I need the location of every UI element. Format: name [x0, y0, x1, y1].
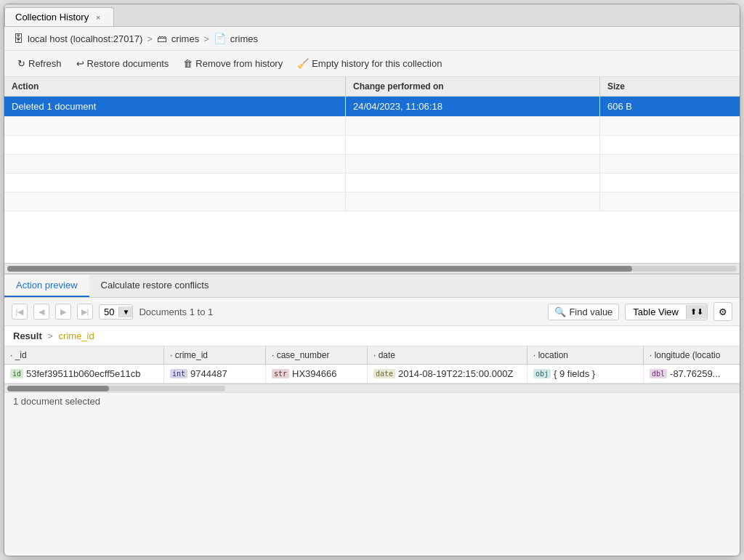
id-type-icon: id — [10, 369, 23, 378]
collection-history-tab[interactable]: Collection History × — [4, 7, 114, 26]
cell-change: 24/04/2023, 11:06:18 — [346, 97, 600, 116]
date-value: 2014-08-19T22:15:00.000Z — [398, 368, 513, 379]
remove-label: Remove from history — [195, 58, 283, 69]
cell-longitude: dbl -87.76259... — [644, 365, 740, 383]
page-size-arrow[interactable]: ▼ — [118, 307, 132, 317]
tab-action-preview[interactable]: Action preview — [4, 275, 89, 297]
doc-count: Documents 1 to 1 — [139, 307, 542, 317]
refresh-button[interactable]: ↻ Refresh — [12, 55, 68, 72]
path-sep: > — [47, 330, 53, 341]
settings-button[interactable]: ⚙ — [713, 302, 732, 321]
date-type-icon: date — [373, 369, 395, 378]
cell-case: str HX394666 — [266, 365, 368, 383]
restore-icon: ↩ — [76, 58, 84, 69]
breadcrumb-collection[interactable]: crimes — [230, 33, 258, 44]
pagination-row: |◀ ◀ ▶ ▶| 50 ▼ Documents 1 to 1 🔍 Find v… — [4, 298, 740, 326]
find-value-button[interactable]: 🔍 Find value — [548, 304, 619, 320]
bottom-scrollbar-thumb[interactable] — [7, 386, 109, 391]
settings-icon: ⚙ — [719, 307, 727, 317]
breadcrumb-sep-1: > — [147, 33, 153, 44]
col-header-date: · date — [368, 346, 527, 364]
cell-id: id 53fef39511b060ecff5e11cb — [4, 365, 164, 383]
cell-action: Deleted 1 document — [4, 97, 346, 116]
case-value: HX394666 — [292, 368, 336, 379]
result-path: Result > crime_id — [4, 326, 740, 346]
remove-history-button[interactable]: 🗑 Remove from history — [177, 55, 288, 72]
breadcrumb-db[interactable]: crimes — [171, 33, 199, 44]
nav-first-button[interactable]: |◀ — [12, 304, 28, 320]
int-type-icon: int — [170, 369, 187, 378]
page-size-value: 50 — [100, 305, 118, 319]
panel-tabs: Action preview Calculate restore conflic… — [4, 275, 740, 298]
server-icon: 🗄 — [13, 33, 23, 44]
breadcrumb: 🗄 local host (localhost:27017) > 🗃 crime… — [4, 27, 740, 51]
history-table-area: Action Change performed on Size Deleted … — [4, 77, 740, 273]
table-row-empty-3 — [4, 155, 740, 174]
col-header-size: Size — [600, 77, 740, 96]
col-header-action: Action — [4, 77, 346, 96]
obj-type-icon: obj — [533, 369, 551, 378]
data-table-row[interactable]: id 53fef39511b060ecff5e11cb int 9744487 … — [4, 365, 740, 384]
tab-bar: Collection History × — [4, 4, 740, 27]
table-row[interactable]: Deleted 1 document 24/04/2023, 11:06:18 … — [4, 97, 740, 117]
col-header-id: · _id — [4, 346, 164, 364]
col-header-change: Change performed on — [346, 77, 600, 96]
db-icon: 🗃 — [157, 33, 167, 44]
status-bar: 1 document selected — [4, 392, 740, 410]
scrollbar-track — [7, 266, 737, 272]
page-size-select[interactable]: 50 ▼ — [99, 304, 133, 320]
empty-history-button[interactable]: 🧹 Empty history for this collection — [291, 55, 448, 72]
cell-size: 606 B — [600, 97, 740, 116]
dbl-type-icon: dbl — [650, 369, 667, 378]
empty-label: Empty history for this collection — [312, 58, 442, 69]
view-select-arrow[interactable]: ⬆⬇ — [686, 305, 707, 319]
history-scrollbar[interactable] — [4, 263, 740, 273]
result-label: Result — [13, 330, 42, 341]
scrollbar-thumb[interactable] — [7, 266, 632, 272]
str-type-icon: str — [272, 369, 289, 378]
table-row-empty-2 — [4, 136, 740, 155]
cell-date: date 2014-08-19T22:15:00.000Z — [368, 365, 527, 383]
status-text: 1 document selected — [13, 396, 100, 407]
nav-prev-button[interactable]: ◀ — [33, 304, 49, 320]
cell-crime-id: int 9744487 — [164, 365, 266, 383]
history-table-body: Deleted 1 document 24/04/2023, 11:06:18 … — [4, 97, 740, 263]
history-table-header: Action Change performed on Size — [4, 77, 740, 97]
collection-icon: 📄 — [214, 33, 226, 44]
breadcrumb-server[interactable]: local host (localhost:27017) — [28, 33, 142, 44]
trash-icon: 🗑 — [183, 58, 193, 69]
toolbar: ↻ Refresh ↩ Restore documents 🗑 Remove f… — [4, 51, 740, 77]
restore-label: Restore documents — [87, 58, 169, 69]
refresh-icon: ↻ — [17, 58, 25, 69]
table-row-empty-5 — [4, 192, 740, 211]
main-window: Collection History × 🗄 local host (local… — [4, 4, 740, 556]
nav-last-button[interactable]: ▶| — [77, 304, 93, 320]
col-header-crime-id: · crime_id — [164, 346, 266, 364]
view-select[interactable]: Table View ⬆⬇ — [625, 304, 708, 320]
view-select-value: Table View — [626, 304, 686, 320]
eraser-icon: 🧹 — [297, 58, 309, 69]
refresh-label: Refresh — [28, 58, 62, 69]
table-row-empty-1 — [4, 117, 740, 136]
table-row-empty-4 — [4, 174, 740, 192]
restore-button[interactable]: ↩ Restore documents — [70, 55, 175, 72]
data-table-container: · _id · crime_id · case_number · date · … — [4, 346, 740, 384]
result-path-part: crime_id — [59, 330, 94, 341]
tab-close-button[interactable]: × — [93, 12, 103, 23]
crime-id-value: 9744487 — [190, 368, 227, 379]
data-table-header: · _id · crime_id · case_number · date · … — [4, 346, 740, 365]
bottom-panel: Action preview Calculate restore conflic… — [4, 273, 740, 410]
id-value: 53fef39511b060ecff5e11cb — [26, 368, 140, 379]
longitude-value: -87.76259... — [670, 368, 720, 379]
bottom-scrollbar-track — [7, 386, 225, 391]
tab-label: Collection History — [15, 12, 89, 23]
location-value: { 9 fields } — [554, 368, 595, 379]
nav-next-button[interactable]: ▶ — [55, 304, 71, 320]
tab-restore-conflicts[interactable]: Calculate restore conflicts — [89, 275, 221, 297]
breadcrumb-sep-2: > — [203, 33, 209, 44]
col-header-longitude: · longitude (locatio — [644, 346, 740, 364]
bottom-scrollbar[interactable] — [4, 384, 740, 392]
cell-location: obj { 9 fields } — [527, 365, 644, 383]
find-value-label: Find value — [569, 307, 612, 317]
col-header-case: · case_number — [266, 346, 368, 364]
